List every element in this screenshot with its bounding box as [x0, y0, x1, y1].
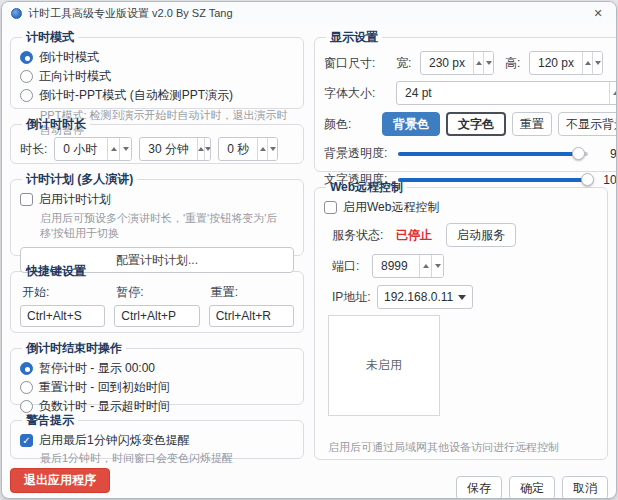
radio-icon	[20, 400, 33, 413]
hotkey-pause-input[interactable]	[114, 305, 199, 327]
qr-code-placeholder: 未启用	[328, 315, 440, 416]
group-warning-title: 警告提示	[22, 412, 78, 429]
group-display-settings: 显示设置 窗口尺寸: 宽: 230 px 高: 120 px	[314, 29, 617, 172]
radio-icon	[20, 70, 33, 83]
title-bar: 计时工具高级专业版设置 v2.0 By SZ Tang ✕	[2, 2, 616, 25]
port-value[interactable]: 8999	[373, 255, 419, 277]
radio-end-reset[interactable]: 重置计时 - 回到初始时间	[20, 379, 294, 396]
spin-up-icon[interactable]	[107, 138, 119, 160]
bg-opacity-slider[interactable]	[398, 152, 588, 156]
height-label: 高:	[505, 55, 529, 72]
checkbox-icon: ✓	[20, 434, 33, 447]
enable-flash-warning-checkbox[interactable]: ✓ 启用最后1分钟闪烁变色提醒	[20, 432, 294, 449]
radio-label: 重置计时 - 回到初始时间	[39, 379, 170, 396]
group-countdown-duration: 倒计时时长 时长: 0 小时 30 分钟 0 秒	[10, 116, 304, 164]
spin-up-icon[interactable]	[582, 52, 592, 74]
group-timer-plan-title: 计时计划 (多人演讲)	[22, 171, 137, 188]
timer-plan-hint: 启用后可预设多个演讲时长，'重置'按钮将变为'后移'按钮用于切换	[40, 211, 294, 241]
slider-thumb[interactable]	[572, 147, 585, 160]
service-status-value: 已停止	[396, 227, 432, 244]
font-size-stepper[interactable]: 24 pt	[396, 81, 617, 105]
radio-end-pause[interactable]: 暂停计时 - 显示 00:00	[20, 360, 294, 377]
ip-address-value: 192.168.0.11	[384, 290, 453, 304]
text-color-button[interactable]: 文字色	[446, 112, 506, 136]
spin-down-icon[interactable]	[483, 52, 493, 74]
spin-up-icon[interactable]	[257, 138, 267, 160]
slider-thumb[interactable]	[581, 173, 594, 186]
checkbox-icon	[324, 201, 337, 214]
spin-up-icon[interactable]	[609, 82, 617, 104]
window-height-stepper[interactable]: 120 px	[529, 51, 603, 75]
seconds-value[interactable]: 0 秒	[219, 138, 257, 160]
text-opacity-slider[interactable]	[398, 178, 588, 182]
right-column: 显示设置 窗口尺寸: 宽: 230 px 高: 120 px	[314, 29, 608, 498]
window-size-label: 窗口尺寸:	[324, 55, 396, 72]
bg-opacity-label: 背景透明度:	[324, 145, 392, 162]
minutes-value[interactable]: 30 分钟	[140, 138, 197, 160]
start-service-button[interactable]: 启动服务	[446, 223, 516, 247]
window-height-value[interactable]: 120 px	[530, 52, 582, 74]
group-end-action-title: 倒计时结束时操作	[22, 340, 126, 357]
left-column: 计时模式 倒计时模式 正向计时模式 倒计时-PPT模式 (自动检测PPT演示) …	[10, 29, 304, 498]
checkbox-icon	[20, 193, 33, 206]
hotkey-reset-input[interactable]	[209, 305, 294, 327]
hours-stepper[interactable]: 0 小时	[54, 137, 132, 161]
radio-label: 倒计时模式	[39, 49, 99, 66]
group-display-settings-title: 显示设置	[326, 29, 382, 46]
spin-down-icon[interactable]	[592, 52, 602, 74]
close-icon[interactable]: ✕	[589, 7, 607, 20]
background-color-button[interactable]: 背景色	[382, 112, 440, 136]
spin-down-icon[interactable]	[204, 138, 211, 160]
checkbox-label: 启用计时计划	[39, 191, 111, 208]
radio-icon	[20, 381, 33, 394]
qr-placeholder-text: 未启用	[366, 357, 402, 374]
no-background-button[interactable]: 不显示背景	[558, 112, 617, 136]
port-label: 端口:	[332, 258, 372, 275]
checkbox-label: 启用Web远程控制	[343, 199, 439, 216]
group-web-remote-title: Web远程控制	[326, 179, 407, 196]
warning-hint: 最后1分钟时，时间窗口会变色闪烁提醒	[40, 451, 294, 466]
exit-app-button[interactable]: 退出应用程序	[10, 468, 110, 493]
radio-label: 暂停计时 - 显示 00:00	[39, 360, 155, 377]
radio-countdown-mode[interactable]: 倒计时模式	[20, 49, 294, 66]
radio-ppt-mode[interactable]: 倒计时-PPT模式 (自动检测PPT演示)	[20, 87, 294, 104]
spin-up-icon[interactable]	[419, 255, 431, 277]
minutes-stepper[interactable]: 30 分钟	[139, 137, 211, 161]
spin-down-icon[interactable]	[431, 255, 443, 277]
window-width-value[interactable]: 230 px	[421, 52, 473, 74]
spin-up-icon[interactable]	[197, 138, 204, 160]
spin-down-icon[interactable]	[267, 138, 277, 160]
hotkey-pause-label: 暂停:	[114, 284, 199, 301]
enable-timer-plan-checkbox[interactable]: 启用计时计划	[20, 191, 294, 208]
font-size-label: 字体大小:	[324, 85, 396, 102]
group-timer-mode-title: 计时模式	[22, 29, 78, 46]
spin-up-icon[interactable]	[473, 52, 483, 74]
dialog-footer: 保存 确定 取消	[314, 467, 608, 499]
bg-opacity-value: 95%	[594, 147, 617, 161]
ok-button[interactable]: 确定	[509, 476, 555, 499]
radio-label: 正向计时模式	[39, 68, 111, 85]
ip-address-select[interactable]: 192.168.0.11	[377, 285, 473, 309]
radio-icon	[20, 89, 33, 102]
hotkey-start-input[interactable]	[20, 305, 105, 327]
hours-value[interactable]: 0 小时	[55, 138, 107, 160]
dialog-content: 计时模式 倒计时模式 正向计时模式 倒计时-PPT模式 (自动检测PPT演示) …	[2, 26, 616, 498]
group-warning: 警告提示 ✓ 启用最后1分钟闪烁变色提醒 最后1分钟时，时间窗口会变色闪烁提醒	[10, 412, 304, 459]
hotkey-start-label: 开始:	[20, 284, 105, 301]
duration-label: 时长:	[20, 141, 47, 158]
font-size-value[interactable]: 24 pt	[397, 82, 609, 104]
group-timer-plan: 计时计划 (多人演讲) 启用计时计划 启用后可预设多个演讲时长，'重置'按钮将变…	[10, 171, 304, 256]
checkmark-icon: ✓	[22, 436, 30, 446]
enable-web-remote-checkbox[interactable]: 启用Web远程控制	[324, 199, 598, 216]
reset-color-button[interactable]: 重置	[512, 112, 552, 136]
window-width-stepper[interactable]: 230 px	[420, 51, 494, 75]
radio-countup-mode[interactable]: 正向计时模式	[20, 68, 294, 85]
save-button[interactable]: 保存	[456, 476, 502, 499]
service-status-label: 服务状态:	[332, 227, 396, 244]
seconds-stepper[interactable]: 0 秒	[218, 137, 278, 161]
group-web-remote: Web远程控制 启用Web远程控制 服务状态: 已停止 启动服务 端口: 899…	[314, 179, 608, 460]
cancel-button[interactable]: 取消	[562, 476, 608, 499]
port-stepper[interactable]: 8999	[372, 254, 444, 278]
spin-down-icon[interactable]	[119, 138, 131, 160]
group-hotkeys-title: 快捷键设置	[22, 263, 90, 280]
